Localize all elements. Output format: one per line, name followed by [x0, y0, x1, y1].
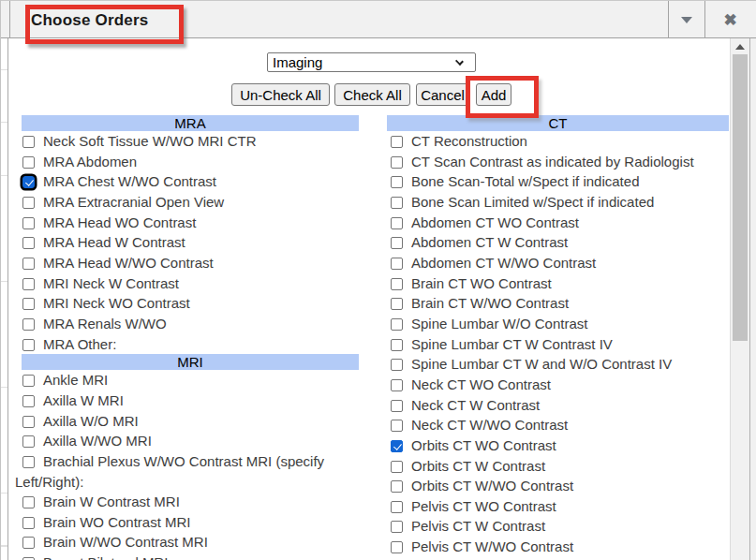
- order-item[interactable]: Ankle MRI: [15, 370, 359, 391]
- order-item[interactable]: Neck CT W Contrast: [383, 395, 729, 416]
- order-item[interactable]: Brain WO Contrast MRI: [15, 512, 359, 533]
- order-item[interactable]: Orbits CT WO Contrast: [383, 435, 729, 456]
- order-item-label: Ankle MRI: [43, 372, 108, 388]
- checkbox-icon[interactable]: [22, 217, 35, 229]
- order-item[interactable]: Axilla W MRI: [15, 391, 359, 411]
- checkbox-icon[interactable]: [22, 375, 35, 387]
- order-item[interactable]: Neck CT W/WO Contrast: [383, 415, 729, 435]
- order-item[interactable]: MRA Other:: [15, 334, 359, 355]
- order-item-label: Axilla W/WO MRI: [43, 433, 152, 449]
- checkbox-icon[interactable]: [22, 395, 35, 407]
- order-item[interactable]: MRA Head W/WO Contrast: [15, 253, 359, 273]
- order-item[interactable]: Brain CT W/WO Contrast: [383, 293, 729, 314]
- checkbox-icon[interactable]: [22, 456, 35, 468]
- order-item[interactable]: MRA Abdomen: [15, 152, 359, 172]
- checkbox-icon[interactable]: [391, 258, 403, 270]
- checkbox-icon[interactable]: [22, 318, 35, 331]
- checkbox-icon[interactable]: [22, 339, 35, 351]
- orders-column-left: MRANeck Soft Tissue W/WO MRI CTRMRA Abdo…: [15, 115, 359, 560]
- scrollbar-up-button[interactable]: [731, 38, 749, 54]
- order-item[interactable]: MRA Head WO Contrast: [15, 213, 359, 233]
- checkbox-icon[interactable]: [391, 400, 403, 412]
- order-item-label: Axilla W MRI: [43, 392, 124, 408]
- order-item[interactable]: Axilla W/O MRI: [15, 411, 359, 432]
- choose-orders-dialog: Choose Orders ✖ Imaging Un-Check All Che…: [0, 0, 756, 560]
- cancel-button[interactable]: Cancel: [416, 83, 469, 106]
- order-item[interactable]: Brain CT WO Contrast: [383, 273, 729, 294]
- checkbox-icon[interactable]: [22, 197, 35, 209]
- order-item[interactable]: Abdomen CT W/WO Contrast: [383, 253, 729, 273]
- order-item-label: MRI Neck WO Contrast: [43, 295, 190, 311]
- checkbox-icon[interactable]: [391, 156, 403, 169]
- order-item[interactable]: Pelvis CT W/WO Contrast: [383, 537, 729, 557]
- checkbox-icon[interactable]: [391, 440, 403, 452]
- order-item[interactable]: Spine Lumbar CT W and W/O Contrast IV: [383, 354, 729, 375]
- select-chevron-icon: [455, 57, 464, 66]
- order-item[interactable]: Brain W Contrast MRI: [15, 492, 359, 512]
- checkbox-icon[interactable]: [391, 461, 403, 473]
- checkbox-icon[interactable]: [391, 521, 403, 533]
- checkbox-icon[interactable]: [391, 197, 403, 209]
- check-all-button[interactable]: Check All: [334, 83, 410, 106]
- order-item[interactable]: Orbits CT W Contrast: [383, 456, 729, 477]
- order-item[interactable]: Bone Scan-Total w/Spect if indicated: [383, 171, 729, 192]
- order-item[interactable]: Abdomen CT WO Contrast: [383, 213, 729, 233]
- order-item[interactable]: Abdomen CT W Contrast: [383, 232, 729, 253]
- uncheck-all-button[interactable]: Un-Check All: [231, 83, 330, 106]
- checkbox-icon[interactable]: [391, 379, 403, 391]
- order-item[interactable]: Orbits CT W/WO Contrast: [383, 476, 729, 496]
- window-close-button[interactable]: ✖: [704, 1, 756, 38]
- section-header-mri: MRI: [22, 354, 359, 370]
- checkbox-icon[interactable]: [391, 541, 403, 553]
- order-item[interactable]: MRA Renals W/WO: [15, 314, 359, 334]
- checkbox-icon[interactable]: [391, 359, 403, 371]
- order-item[interactable]: CT Reconstruction: [383, 131, 729, 152]
- checkbox-icon[interactable]: [391, 339, 403, 351]
- checkbox-icon[interactable]: [22, 496, 35, 508]
- checkbox-icon[interactable]: [391, 176, 403, 188]
- order-item-label: MRA Renals W/WO: [43, 316, 167, 332]
- order-item[interactable]: Brain W/WO Contrast MRI: [15, 532, 359, 553]
- order-item[interactable]: MRI Neck W Contrast: [15, 273, 359, 294]
- order-item[interactable]: Spine Lumbar CT W Contrast IV: [383, 334, 729, 355]
- checkbox-icon[interactable]: [391, 420, 403, 432]
- order-item[interactable]: Neck Soft Tissue W/WO MRI CTR: [15, 131, 359, 152]
- order-item[interactable]: CT Scan Contrast as indicated by Radiolo…: [383, 152, 729, 172]
- scrollbar-thumb[interactable]: [733, 54, 748, 341]
- order-item[interactable]: MRA Chest W/WO Contrast: [15, 171, 359, 192]
- order-item[interactable]: MRA Extracranial Open View: [15, 192, 359, 213]
- order-item[interactable]: MRI Neck WO Contrast: [15, 293, 359, 314]
- checkbox-icon[interactable]: [22, 537, 35, 549]
- order-item[interactable]: Pelvis CT W Contrast: [383, 516, 729, 537]
- checkbox-icon[interactable]: [22, 136, 35, 148]
- checkbox-icon[interactable]: [22, 298, 35, 310]
- checkbox-icon[interactable]: [391, 501, 403, 513]
- window-menu-button[interactable]: [668, 1, 704, 38]
- checkbox-icon[interactable]: [22, 156, 35, 169]
- order-item[interactable]: Spine Lumbar W/O Contrast: [383, 314, 729, 334]
- checkbox-icon[interactable]: [22, 258, 35, 270]
- checkbox-icon[interactable]: [22, 517, 35, 529]
- order-item[interactable]: Neck CT WO Contrast: [383, 375, 729, 395]
- checkbox-icon[interactable]: [391, 298, 403, 310]
- category-select[interactable]: Imaging: [267, 52, 476, 72]
- checkbox-icon[interactable]: [22, 237, 35, 249]
- order-item[interactable]: Pelvis CT WO Contrast: [383, 496, 729, 517]
- vertical-scrollbar[interactable]: [730, 38, 749, 560]
- checkbox-icon[interactable]: [391, 278, 403, 290]
- checkbox-icon[interactable]: [391, 480, 403, 493]
- checkbox-icon[interactable]: [22, 416, 35, 428]
- order-item[interactable]: MRA Head W Contrast: [15, 232, 359, 253]
- order-item[interactable]: Breast Bilateral MRI: [15, 553, 359, 560]
- orders-column-right: CTCT ReconstructionCT Scan Contrast as i…: [383, 115, 729, 560]
- checkbox-icon[interactable]: [22, 435, 35, 448]
- order-item[interactable]: Bone Scan Limited w/Spect if indicated: [383, 192, 729, 213]
- checkbox-icon[interactable]: [391, 318, 403, 331]
- order-item[interactable]: Axilla W/WO MRI: [15, 431, 359, 451]
- checkbox-icon[interactable]: [22, 176, 35, 188]
- checkbox-icon[interactable]: [391, 136, 403, 148]
- checkbox-icon[interactable]: [391, 217, 403, 229]
- checkbox-icon[interactable]: [22, 278, 35, 290]
- order-item[interactable]: Brachial Plexus W/WO Contrast MRI (speci…: [15, 451, 359, 492]
- checkbox-icon[interactable]: [391, 237, 403, 249]
